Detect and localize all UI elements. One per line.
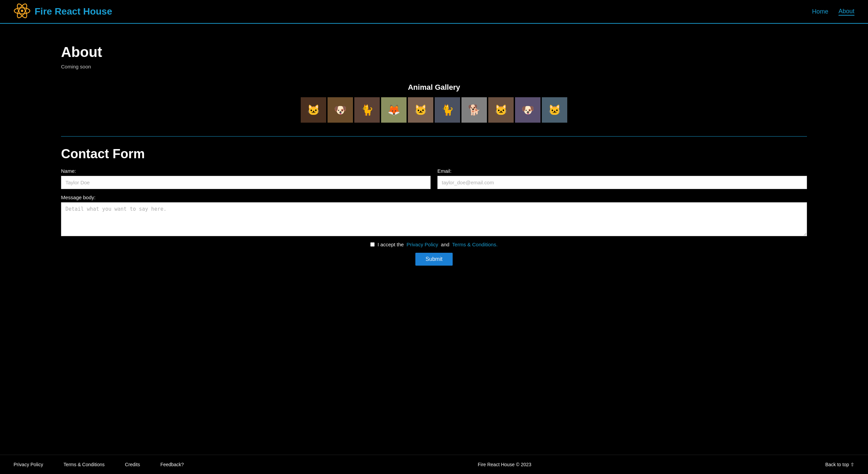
form-group-message: Message body:	[61, 194, 807, 236]
footer-copyright: Fire React House © 2023	[478, 462, 531, 467]
list-item: 🐱	[542, 97, 567, 123]
coming-soon-text: Coming soon	[61, 64, 807, 69]
terms-checkbox[interactable]	[370, 242, 375, 247]
contact-section: Contact Form Name: Email: Message body: …	[61, 147, 807, 266]
footer-credits[interactable]: Credits	[125, 462, 140, 467]
message-textarea[interactable]	[61, 202, 807, 236]
list-item: 🦊	[381, 97, 407, 123]
gallery-title: Animal Gallery	[61, 83, 807, 92]
gallery-grid: 🐱 🐶 🐈 🦊 🐱 🐈 🐕 🐱	[61, 97, 807, 123]
nav: Home About	[812, 8, 854, 16]
list-item: 🐕	[461, 97, 487, 123]
logo-icon	[14, 2, 31, 21]
list-item: 🐱	[408, 97, 433, 123]
checkbox-text-and: and	[441, 242, 449, 247]
privacy-policy-link[interactable]: Privacy Policy	[407, 242, 438, 247]
submit-button[interactable]: Submit	[415, 253, 453, 266]
list-item: 🐱	[301, 97, 326, 123]
svg-point-3	[21, 10, 23, 12]
list-item: 🐈	[435, 97, 460, 123]
about-title: About	[61, 44, 807, 60]
footer-terms[interactable]: Terms & Conditions	[63, 462, 104, 467]
footer-links: Privacy Policy Terms & Conditions Credit…	[14, 462, 184, 467]
email-label: Email:	[437, 168, 807, 174]
site-title: Fire React House	[35, 6, 112, 17]
back-to-top-label: Back to top	[825, 462, 849, 467]
logo-area: Fire React House	[14, 2, 112, 21]
header: Fire React House Home About	[0, 0, 868, 24]
main-content: About Coming soon Animal Gallery 🐱 🐶 🐈 🦊…	[0, 24, 868, 455]
contact-form-title: Contact Form	[61, 147, 807, 161]
terms-link[interactable]: Terms & Conditions.	[452, 242, 497, 247]
checkbox-row: I accept the Privacy Policy and Terms & …	[61, 242, 807, 247]
about-section: About Coming soon	[61, 44, 807, 69]
list-item: 🐱	[488, 97, 514, 123]
footer-feedback[interactable]: Feedback?	[160, 462, 184, 467]
gallery-section: Animal Gallery 🐱 🐶 🐈 🦊 🐱 🐈 🐕	[61, 83, 807, 123]
checkbox-text-before: I accept the	[377, 242, 404, 247]
footer: Privacy Policy Terms & Conditions Credit…	[0, 455, 868, 474]
list-item: 🐶	[328, 97, 353, 123]
email-input[interactable]	[437, 176, 807, 189]
form-row-name-email: Name: Email:	[61, 168, 807, 189]
message-label: Message body:	[61, 194, 807, 200]
list-item: 🐶	[515, 97, 540, 123]
submit-row: Submit	[61, 253, 807, 266]
footer-privacy-policy[interactable]: Privacy Policy	[14, 462, 43, 467]
list-item: 🐈	[354, 97, 380, 123]
nav-home[interactable]: Home	[812, 8, 828, 15]
nav-about[interactable]: About	[839, 8, 854, 16]
arrow-up-icon: ⇧	[850, 462, 854, 467]
name-label: Name:	[61, 168, 431, 174]
form-group-email: Email:	[437, 168, 807, 189]
back-to-top-link[interactable]: Back to top ⇧	[825, 462, 854, 467]
form-group-name: Name:	[61, 168, 431, 189]
name-input[interactable]	[61, 176, 431, 189]
section-divider	[61, 136, 807, 137]
